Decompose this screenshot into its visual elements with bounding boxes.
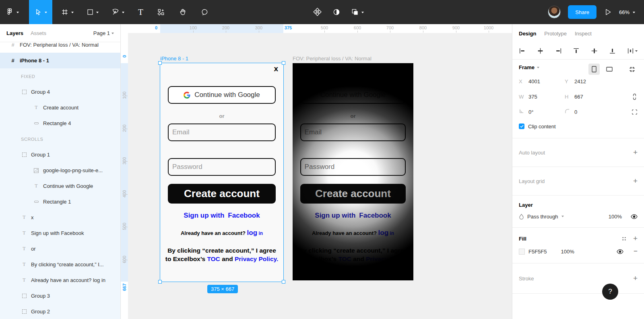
- align-left-icon[interactable]: [519, 47, 526, 54]
- layer-row[interactable]: #iPhone 8 - 1: [0, 53, 120, 68]
- layer-row[interactable]: #FOV: Peripheral loss / VA: Normal: [0, 37, 120, 53]
- align-right-icon[interactable]: [555, 47, 562, 54]
- hand-tool-button[interactable]: [173, 0, 192, 24]
- landscape-orientation-button[interactable]: [604, 64, 615, 75]
- width-input[interactable]: 375: [528, 94, 565, 100]
- resources-tool-button[interactable]: [152, 0, 170, 24]
- layer-row[interactable]: TSign up with Facebook: [0, 225, 120, 241]
- boolean-group-control[interactable]: [351, 8, 364, 16]
- layer-row[interactable]: Group 3: [0, 288, 120, 304]
- comment-tool-button[interactable]: [195, 0, 214, 24]
- selection-handle-bottom-left[interactable]: [158, 280, 162, 284]
- text-tool-button[interactable]: T: [133, 0, 149, 24]
- rotation-input[interactable]: 0°: [528, 109, 565, 115]
- login-link-in[interactable]: in: [257, 231, 263, 236]
- add-auto-layout-button[interactable]: +: [633, 148, 638, 157]
- v-ruler-tick: [126, 194, 128, 195]
- help-button[interactable]: ?: [602, 284, 618, 300]
- create-account-button[interactable]: Create account: [168, 184, 276, 204]
- facebook-signup-link[interactable]: Sign up withFacebook: [160, 212, 283, 220]
- add-layout-grid-button[interactable]: +: [633, 177, 638, 185]
- remove-fill-button[interactable]: −: [634, 247, 638, 255]
- terms-text: By clicking “create account,” I agree to…: [160, 247, 283, 263]
- mask-icon[interactable]: [332, 8, 341, 16]
- fill-hex-input[interactable]: F5F5F5: [528, 249, 547, 255]
- email-field[interactable]: Email: [168, 123, 276, 141]
- tab-layers[interactable]: Layers: [6, 30, 23, 36]
- layer-row[interactable]: Group 1: [0, 147, 120, 163]
- h-ruler-tick: [489, 31, 489, 33]
- add-stroke-button[interactable]: +: [633, 274, 638, 283]
- layer-row[interactable]: TCreate account: [0, 100, 120, 115]
- height-input[interactable]: 667: [574, 94, 611, 100]
- layer-row[interactable]: TAlready have an account? log in: [0, 272, 120, 288]
- selection-handle-bottom-right[interactable]: [282, 280, 285, 284]
- facebook-link-part2: Facebook: [228, 212, 260, 219]
- fill-opacity-input[interactable]: 100%: [561, 249, 574, 255]
- independent-corners-button[interactable]: [632, 109, 638, 115]
- layer-row[interactable]: Tx: [0, 210, 120, 225]
- align-bottom-icon[interactable]: [609, 47, 616, 54]
- tab-assets[interactable]: Assets: [31, 30, 46, 36]
- layer-row[interactable]: google-logo-png-suite-e...: [0, 163, 120, 178]
- layer-row[interactable]: Rectangle 4: [0, 115, 120, 131]
- component-instance-icon[interactable]: [313, 8, 322, 16]
- align-top-icon[interactable]: [573, 47, 580, 54]
- zoom-level-control[interactable]: 66%: [619, 9, 635, 15]
- move-tool-button[interactable]: [29, 0, 52, 24]
- distribute-control[interactable]: [627, 47, 638, 54]
- password-field[interactable]: Password: [168, 158, 276, 176]
- close-x-text[interactable]: x: [274, 64, 278, 73]
- selection-handle-top-right[interactable]: [282, 61, 285, 65]
- constrain-proportions-toggle[interactable]: [632, 93, 638, 100]
- align-vertical-center-icon[interactable]: [591, 47, 598, 54]
- layer-row[interactable]: Rectangle 1: [0, 194, 120, 210]
- tab-prototype[interactable]: Prototype: [544, 31, 567, 37]
- pen-tool-button[interactable]: [106, 0, 130, 24]
- share-button[interactable]: Share: [568, 5, 597, 19]
- corner-radius-input[interactable]: 0: [574, 109, 611, 115]
- frame-fov-simulation[interactable]: x Continue with Google or Email Password…: [293, 63, 413, 280]
- v-ruler-number: 667: [122, 284, 127, 291]
- layer-label: By clicking “create account,” I...: [31, 261, 104, 268]
- selection-handle-top-left[interactable]: [158, 61, 162, 65]
- canvas[interactable]: iPhone 8 - 1 x Continue with Google or E…: [121, 24, 512, 319]
- user-avatar[interactable]: [548, 6, 561, 19]
- main-menu-button[interactable]: [0, 0, 24, 24]
- frame-tool-button[interactable]: [56, 0, 79, 24]
- fill-visibility-eye-icon[interactable]: [617, 249, 623, 254]
- align-horizontal-center-icon[interactable]: [537, 47, 544, 54]
- layer-row[interactable]: Tor: [0, 241, 120, 257]
- blend-mode-select[interactable]: Pass through: [527, 214, 558, 220]
- layer-row[interactable]: Group 4: [0, 84, 120, 100]
- login-link-log[interactable]: log: [247, 229, 258, 237]
- page-selector[interactable]: Page 1: [93, 30, 114, 36]
- layer-row[interactable]: TContinue with Google: [0, 178, 120, 194]
- layer-opacity-input[interactable]: 100%: [609, 214, 622, 220]
- shrink-arrows-icon: [629, 66, 635, 72]
- toc-link[interactable]: TOC: [207, 255, 220, 262]
- portrait-orientation-button[interactable]: [588, 64, 600, 75]
- continue-with-google-button[interactable]: Continue with Google: [168, 86, 276, 104]
- tab-inspect[interactable]: Inspect: [575, 31, 592, 37]
- privacy-policy-link[interactable]: Privacy Policy.: [235, 255, 278, 262]
- frame-layer-icon: #: [10, 58, 16, 64]
- tab-design[interactable]: Design: [519, 31, 536, 37]
- frame-title-iphone[interactable]: iPhone 8 - 1: [160, 56, 188, 62]
- text-tool-icon: T: [138, 7, 143, 17]
- layer-row[interactable]: Group 2: [0, 304, 120, 319]
- add-fill-button[interactable]: +: [633, 234, 638, 243]
- frame-title-fov[interactable]: FOV: Peripheral loss / VA: Normal: [293, 56, 372, 62]
- x-input[interactable]: 4001: [528, 78, 565, 84]
- shrink-to-fit-button[interactable]: [626, 64, 638, 75]
- fill-section: Fill + F5F5F5 100% −: [512, 228, 644, 263]
- layer-row[interactable]: TBy clicking “create account,” I...: [0, 257, 120, 272]
- layer-visibility-eye-icon[interactable]: [631, 214, 638, 219]
- fill-color-swatch[interactable]: [519, 249, 525, 255]
- shape-tool-button[interactable]: [81, 0, 104, 24]
- clip-content-checkbox[interactable]: [519, 123, 524, 129]
- frame-iphone[interactable]: x Continue with Google or Email Password…: [160, 63, 283, 282]
- fill-styles-icon[interactable]: [621, 236, 627, 241]
- y-input[interactable]: 2412: [574, 78, 611, 84]
- present-play-icon[interactable]: [604, 8, 612, 16]
